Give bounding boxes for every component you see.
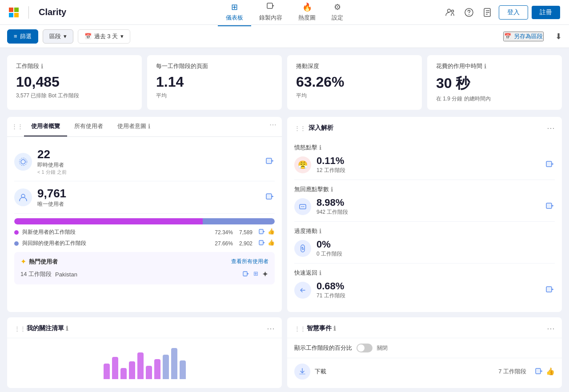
rage-icon: 😤 [294, 156, 311, 173]
watch-bar-5 [137, 352, 144, 379]
calendar-icon: 📅 [84, 33, 92, 40]
dead-info-icon[interactable]: ℹ [331, 186, 333, 193]
logo-divider [28, 6, 29, 19]
watchlist-info-icon[interactable]: ℹ [66, 325, 68, 332]
smart-events-title: 智慧事件 ℹ [307, 324, 336, 332]
toggle-switch[interactable] [357, 344, 373, 352]
login-button[interactable]: 登入 [499, 5, 528, 20]
instant-users-info: 22 即時使用者 < 1 分鐘 之前 [37, 148, 67, 176]
download-button[interactable]: ⬇ [555, 32, 562, 41]
tab-user-overview[interactable]: 使用者概覽 [24, 117, 67, 136]
stat-sessions-info-icon[interactable]: ℹ [41, 63, 43, 70]
main-nav: ⊞ 儀表板 錄製內容 🔥 熱度圖 ⚙ 設定 [218, 0, 351, 26]
stat-scroll-value: 63.26% [296, 74, 413, 90]
smart-video-icon[interactable] [535, 367, 543, 376]
legend-new-count: 7,589 [239, 229, 252, 236]
new-thumb-icon[interactable]: 👍 [268, 228, 275, 236]
hot-users-header: ✦ 熱門使用者 查看所有使用者 [20, 257, 268, 266]
svg-marker-5 [272, 5, 274, 7]
smart-events-menu[interactable]: ⋯ [547, 324, 555, 333]
hot-icons: ⊞ [243, 270, 258, 279]
toggle-state: 關閉 [377, 344, 388, 352]
scroll-row: 0% 0 工作階段 [294, 239, 555, 258]
nav-recordings[interactable]: 錄製內容 [251, 0, 290, 26]
back-icon [294, 282, 311, 299]
unique-users-info: 9,761 唯一使用者 [37, 187, 66, 208]
user-card-menu[interactable]: ⋯ [264, 117, 282, 136]
time-range-button[interactable]: 📅 過去 3 天 ▾ [78, 29, 130, 44]
svg-rect-1 [14, 8, 19, 12]
sparkle-icon: ✦ [20, 257, 26, 266]
settings-icon: ⚙ [334, 2, 341, 12]
ret-video-icon[interactable] [259, 239, 266, 248]
stat-sessions-sub: 3,577 已排除 Bot 工作階段 [16, 92, 133, 100]
instant-users-video-btn[interactable] [266, 156, 275, 167]
deep-analysis-menu[interactable]: ⋯ [547, 123, 555, 133]
deep-analysis-body: 憤怒點擊 ℹ 😤 0.11% 12 工作階段 [287, 133, 562, 312]
recordings-icon [267, 2, 275, 12]
instant-users-sub: < 1 分鐘 之前 [37, 169, 67, 176]
back-info-icon[interactable]: ℹ [319, 269, 321, 276]
user-bar-track [14, 218, 275, 224]
ret-thumb-icon[interactable]: 👍 [268, 239, 275, 248]
back-video-btn[interactable] [546, 285, 555, 296]
svg-marker-28 [552, 163, 554, 165]
svg-rect-27 [546, 161, 552, 167]
svg-rect-2 [9, 13, 13, 17]
deep-section-icon: ⋮⋮ [294, 125, 306, 132]
tab-intent-info-icon[interactable]: ℹ [148, 123, 150, 130]
legend-new-label: 與新使用者的工作階段 [22, 228, 76, 236]
watch-bar-7 [154, 359, 160, 379]
filter-button[interactable]: ≡ 篩選 [7, 29, 38, 44]
svg-rect-36 [546, 287, 552, 292]
svg-point-14 [21, 160, 25, 164]
watch-bar-9 [171, 348, 177, 379]
scroll-pct: 0% [317, 239, 342, 250]
stat-active-time-info-icon[interactable]: ℹ [484, 63, 486, 70]
scroll-info-icon[interactable]: ℹ [319, 228, 321, 235]
users-icon-btn[interactable] [443, 5, 458, 20]
rage-info-icon[interactable]: ℹ [319, 144, 321, 151]
svg-marker-17 [272, 160, 274, 162]
scroll-label: 過度捲動 ℹ [294, 227, 555, 235]
stat-sessions-label: 工作階段 ℹ [16, 62, 133, 70]
svg-rect-38 [299, 373, 305, 375]
docs-icon-btn[interactable] [480, 5, 495, 20]
rage-video-btn[interactable] [546, 160, 555, 170]
tab-all-users[interactable]: 所有使用者 [67, 117, 110, 136]
instant-users-row: 22 即時使用者 < 1 分鐘 之前 [14, 142, 275, 181]
stat-pages-sub: 平均 [156, 92, 273, 100]
smart-thumb-icon[interactable]: 👍 [546, 367, 555, 376]
dead-video-btn[interactable] [546, 201, 555, 212]
legend-new: 與新使用者的工作階段 72.34% 7,589 👍 [14, 228, 275, 236]
smart-events-card: ⋮⋮ 智慧事件 ℹ ⋯ 顯示工作階段的百分比 關閉 下載 7 工作階段 [287, 317, 562, 388]
stats-row: 工作階段 ℹ 10,485 3,577 已排除 Bot 工作階段 每一工作階段的… [7, 55, 562, 110]
segment-button[interactable]: 區段 ▾ [43, 29, 73, 44]
scroll-sub: 0 工作階段 [317, 250, 342, 258]
smart-events-info-icon[interactable]: ℹ [333, 325, 336, 332]
tab-user-intent[interactable]: 使用者意圖 ℹ [110, 117, 157, 136]
hot-users-link[interactable]: 查看所有使用者 [231, 258, 268, 265]
unique-users-video-btn[interactable] [266, 192, 275, 203]
register-button[interactable]: 註冊 [532, 6, 560, 19]
unique-users-row: 9,761 唯一使用者 [14, 181, 275, 214]
nav-dashboard[interactable]: ⊞ 儀表板 [218, 0, 251, 26]
deep-analysis-card: ⋮⋮ 深入解析 ⋯ 憤怒點擊 ℹ 😤 0.11% [287, 117, 562, 312]
smart-event-icon [294, 364, 310, 380]
stat-pages-value: 1.14 [156, 74, 273, 90]
nav-heatmap[interactable]: 🔥 熱度圖 [290, 0, 324, 26]
new-video-icon[interactable] [259, 228, 266, 236]
nav-heatmap-label: 熱度圖 [298, 14, 316, 22]
stat-scroll: 捲動深度 63.26% 平均 [287, 55, 422, 110]
help-icon-btn[interactable] [461, 5, 477, 20]
watchlist-menu[interactable]: ⋯ [267, 324, 275, 333]
dead-label: 無回應點擊數 ℹ [294, 185, 555, 193]
deep-item-dead: 無回應點擊數 ℹ 8.98% 942 工作階段 [294, 180, 555, 222]
hot-video-icon[interactable] [243, 270, 250, 279]
save-segment-button[interactable]: 📅 另存為區段 [503, 32, 544, 41]
filter-label: 篩選 [20, 32, 32, 40]
nav-settings[interactable]: ⚙ 設定 [324, 0, 351, 26]
svg-rect-39 [536, 368, 541, 374]
scroll-icon [294, 240, 311, 257]
hot-share-icon[interactable]: ⊞ [253, 270, 258, 279]
